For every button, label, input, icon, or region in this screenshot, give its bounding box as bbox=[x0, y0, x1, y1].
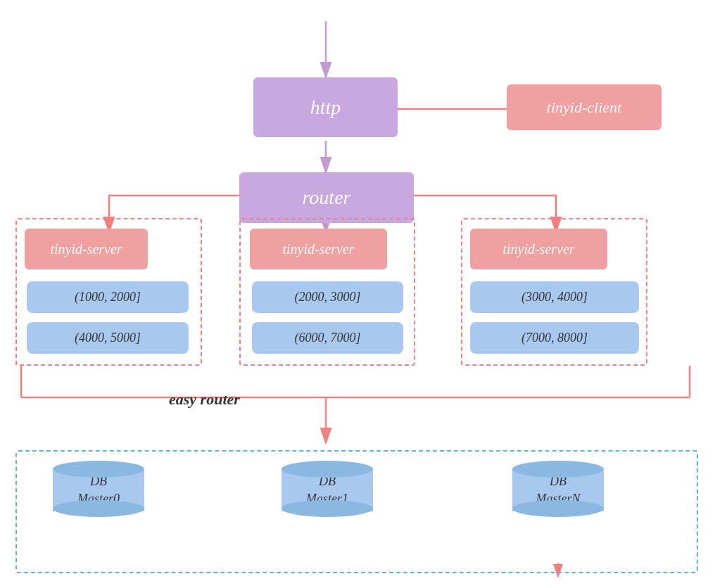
tinyid-client-label: tinyid-client bbox=[547, 98, 621, 117]
left-range1: (1000, 2000] bbox=[27, 281, 189, 313]
cylinder-top-N bbox=[512, 461, 604, 478]
right-server-box: tinyid-server bbox=[470, 229, 607, 269]
cylinder-bot-N bbox=[512, 500, 604, 517]
center-range2: (6000, 7000] bbox=[252, 322, 403, 354]
cylinder-top-0 bbox=[53, 461, 144, 478]
range1a-label: (1000, 2000] bbox=[75, 290, 141, 305]
tinyid-client-box: tinyid-client bbox=[507, 84, 662, 130]
http-label: http bbox=[310, 96, 341, 119]
left-range2: (4000, 5000] bbox=[27, 322, 189, 354]
range3a-label: (3000, 4000] bbox=[521, 290, 588, 305]
db-master0: DB Master0 bbox=[53, 461, 144, 517]
left-server-box: tinyid-server bbox=[25, 229, 148, 269]
cylinder-bot-1 bbox=[281, 500, 373, 517]
right-range1: (3000, 4000] bbox=[470, 281, 639, 313]
right-server-label: tinyid-server bbox=[502, 241, 574, 257]
center-server-box: tinyid-server bbox=[250, 229, 387, 269]
router-box: router bbox=[239, 172, 414, 223]
center-server-label: tinyid-server bbox=[282, 241, 354, 257]
db-master1: DB Master1 bbox=[281, 461, 373, 517]
cylinder-top-1 bbox=[281, 461, 373, 478]
range2b-label: (6000, 7000] bbox=[295, 331, 361, 345]
http-box: http bbox=[253, 77, 398, 137]
center-range1: (2000, 3000] bbox=[252, 281, 403, 313]
range3b-label: (7000, 8000] bbox=[521, 331, 588, 345]
main-diagram: http tinyid-client router tinyid-server … bbox=[0, 0, 715, 588]
range1b-label: (4000, 5000] bbox=[75, 331, 141, 345]
left-server-label: tinyid-server bbox=[50, 241, 122, 257]
db-masterN: DB MasterN bbox=[512, 461, 604, 517]
right-range2: (7000, 8000] bbox=[470, 322, 639, 354]
range2a-label: (2000, 3000] bbox=[295, 290, 361, 305]
cylinder-bot-0 bbox=[53, 500, 144, 517]
easy-router-label: easy router bbox=[169, 390, 240, 409]
router-label: router bbox=[303, 186, 351, 209]
